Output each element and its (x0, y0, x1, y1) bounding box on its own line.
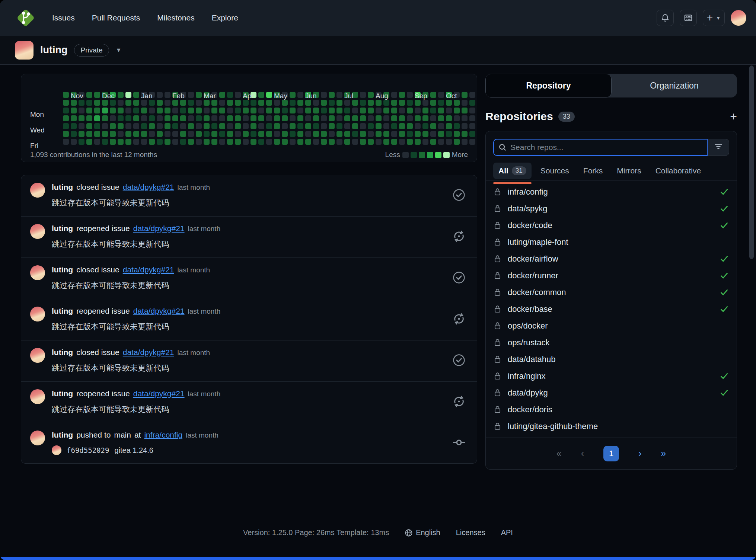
heatmap-cell[interactable] (336, 115, 342, 121)
heatmap-cell[interactable] (297, 108, 303, 113)
heatmap-cell[interactable] (321, 115, 327, 121)
heatmap-cell[interactable] (243, 131, 249, 137)
nav-link-explore[interactable]: Explore (212, 13, 238, 22)
heatmap-cell[interactable] (86, 108, 92, 113)
heatmap-cell[interactable] (305, 139, 311, 145)
heatmap-cell[interactable] (399, 92, 405, 98)
heatmap-cell[interactable] (344, 139, 350, 145)
heatmap-cell[interactable] (368, 123, 374, 129)
heatmap-cell[interactable] (290, 131, 296, 137)
repo-row[interactable]: docker/code (493, 217, 729, 234)
heatmap-cell[interactable] (188, 115, 194, 121)
feed-username[interactable]: luting (52, 183, 73, 192)
heatmap-cell[interactable] (196, 115, 202, 121)
heatmap-cell[interactable] (204, 131, 210, 137)
heatmap-cell[interactable] (438, 139, 444, 145)
feed-username[interactable]: luting (52, 348, 73, 357)
heatmap-cell[interactable] (430, 100, 436, 106)
heatmap-cell[interactable] (336, 139, 342, 145)
heatmap-cell[interactable] (204, 123, 210, 129)
heatmap-cell[interactable] (251, 115, 256, 121)
heatmap-cell[interactable] (305, 123, 311, 129)
heatmap-cell[interactable] (399, 139, 405, 145)
language-link[interactable]: English (405, 528, 440, 537)
heatmap-cell[interactable] (336, 123, 342, 129)
heatmap-cell[interactable] (211, 131, 217, 137)
heatmap-cell[interactable] (172, 131, 178, 137)
heatmap-cell[interactable] (211, 139, 217, 145)
heatmap-cell[interactable] (125, 139, 131, 145)
heatmap-cell[interactable] (305, 115, 311, 121)
heatmap-cell[interactable] (376, 131, 382, 137)
heatmap-cell[interactable] (125, 123, 131, 129)
feed-repo-link[interactable]: data/dpykg#21 (123, 348, 174, 357)
heatmap-cell[interactable] (141, 123, 147, 129)
heatmap-cell[interactable] (399, 131, 405, 137)
heatmap-cell[interactable] (329, 92, 335, 98)
heatmap-cell[interactable] (329, 108, 335, 113)
heatmap-cell[interactable] (258, 92, 264, 98)
heatmap-cell[interactable] (462, 92, 468, 98)
heatmap-cell[interactable] (227, 115, 233, 121)
feed-repo-link[interactable]: data/dpykg#21 (133, 224, 185, 233)
heatmap-cell[interactable] (196, 123, 202, 129)
heatmap-cell[interactable] (266, 108, 272, 113)
heatmap-cell[interactable] (438, 100, 444, 106)
heatmap-cell[interactable] (313, 139, 319, 145)
scrollbar-thumb[interactable] (749, 65, 754, 259)
api-link[interactable]: API (501, 528, 513, 537)
heatmap-cell[interactable] (219, 139, 225, 145)
heatmap-cell[interactable] (235, 115, 241, 121)
create-new-button[interactable]: + ▼ (703, 10, 725, 26)
feed-username[interactable]: luting (52, 431, 73, 439)
heatmap-cell[interactable] (86, 139, 92, 145)
heatmap-cell[interactable] (125, 131, 131, 137)
heatmap-cell[interactable] (188, 131, 194, 137)
heatmap-cell[interactable] (407, 139, 413, 145)
heatmap-cell[interactable] (188, 92, 194, 98)
heatmap-cell[interactable] (258, 131, 264, 137)
heatmap-cell[interactable] (446, 100, 452, 106)
heatmap-cell[interactable] (79, 123, 84, 129)
heatmap-cell[interactable] (469, 123, 475, 129)
heatmap-cell[interactable] (282, 115, 288, 121)
heatmap-cell[interactable] (266, 123, 272, 129)
heatmap-cell[interactable] (415, 108, 421, 113)
heatmap-cell[interactable] (63, 92, 69, 98)
heatmap-cell[interactable] (368, 139, 374, 145)
heatmap-cell[interactable] (243, 100, 249, 106)
heatmap-cell[interactable] (196, 131, 202, 137)
heatmap-cell[interactable] (172, 108, 178, 113)
heatmap-cell[interactable] (266, 100, 272, 106)
nav-link-pull-requests[interactable]: Pull Requests (92, 13, 140, 22)
heatmap-cell[interactable] (165, 131, 170, 137)
heatmap-cell[interactable] (368, 115, 374, 121)
heatmap-cell[interactable] (462, 139, 468, 145)
heatmap-cell[interactable] (235, 108, 241, 113)
repo-name[interactable]: luting/maple-font (508, 237, 568, 247)
heatmap-cell[interactable] (446, 123, 452, 129)
heatmap-cell[interactable] (227, 92, 233, 98)
profile-caret-down-icon[interactable]: ▼ (116, 47, 122, 54)
heatmap-cell[interactable] (438, 92, 444, 98)
heatmap-cell[interactable] (430, 123, 436, 129)
repo-row[interactable]: ops/rustack (493, 334, 729, 351)
heatmap-cell[interactable] (297, 123, 303, 129)
heatmap-cell[interactable] (133, 108, 139, 113)
repo-name[interactable]: docker/code (508, 221, 552, 230)
heatmap-cell[interactable] (118, 92, 124, 98)
heatmap-cell[interactable] (430, 108, 436, 113)
repo-filter-sources[interactable]: Sources (535, 163, 574, 179)
repo-search-input[interactable] (510, 143, 702, 152)
heatmap-cell[interactable] (438, 108, 444, 113)
heatmap-cell[interactable] (251, 108, 256, 113)
heatmap-cell[interactable] (282, 108, 288, 113)
heatmap-cell[interactable] (188, 123, 194, 129)
repo-row[interactable]: ops/docker (493, 317, 729, 334)
repo-filter-mirrors[interactable]: Mirrors (612, 163, 646, 179)
repo-row[interactable]: docker/base (493, 301, 729, 317)
heatmap-cell[interactable] (422, 123, 428, 129)
heatmap-cell[interactable] (344, 115, 350, 121)
heatmap-cell[interactable] (422, 131, 428, 137)
heatmap-cell[interactable] (188, 139, 194, 145)
